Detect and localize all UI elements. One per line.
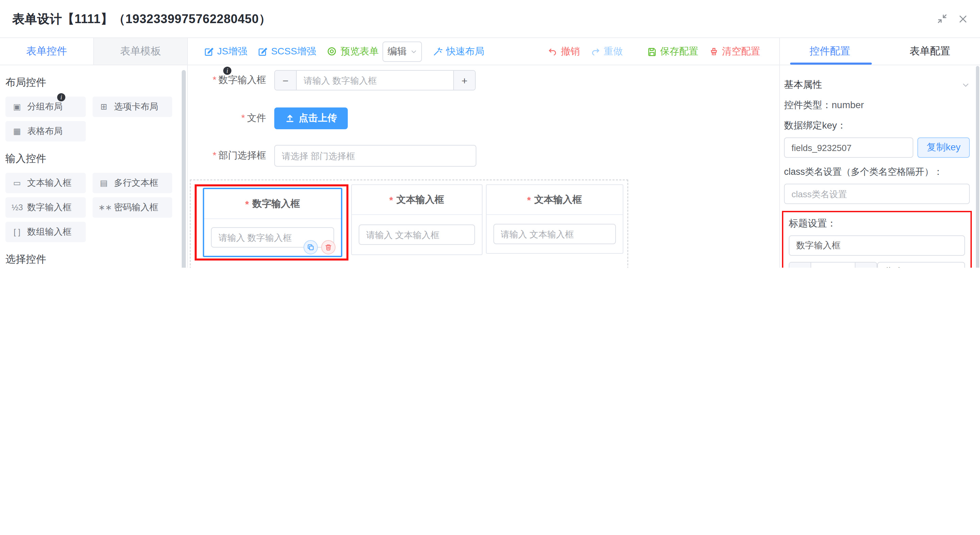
card-input[interactable] bbox=[359, 224, 475, 245]
department-select[interactable] bbox=[274, 145, 476, 167]
copy-icon[interactable] bbox=[304, 240, 318, 254]
window-controls bbox=[937, 14, 968, 24]
close-icon[interactable] bbox=[958, 14, 968, 24]
widget-item-label: 数组输入框 bbox=[27, 226, 72, 238]
card-actions bbox=[304, 240, 336, 254]
undo-icon bbox=[548, 47, 557, 56]
section-grid: ▣分组布局i⊞选项卡布局▦表格布局 bbox=[5, 97, 172, 141]
canvas-toolbar: JS增强 SCSS增强 预览表单 编辑 快速布局 bbox=[188, 38, 779, 65]
widget-item-label: 表格布局 bbox=[27, 125, 63, 137]
tab-form-widgets[interactable]: 表单控件 bbox=[0, 38, 93, 65]
widget-item-label: 密码输入框 bbox=[114, 202, 158, 214]
text-input-icon: ▭ bbox=[11, 178, 22, 188]
array-input-icon: [ ] bbox=[11, 227, 22, 237]
card-row: *数字输入框*文本输入框*文本输入框 bbox=[195, 184, 624, 260]
canvas-card[interactable]: *文本输入框 bbox=[485, 184, 624, 254]
canvas-field-file[interactable]: *文件 点击上传 bbox=[188, 108, 779, 129]
tab-layout-icon: ⊞ bbox=[98, 102, 109, 111]
bind-key-input[interactable] bbox=[784, 137, 913, 158]
field-label: *部门选择框 bbox=[188, 150, 271, 162]
canvas-field-number[interactable]: i *数字输入框 − + bbox=[188, 70, 779, 90]
canvas-card[interactable]: *数字输入框 bbox=[203, 188, 342, 257]
sidebar-widget-item[interactable]: ∗∗密码输入框 bbox=[92, 197, 172, 217]
scss-enhance-button[interactable]: SCSS增强 bbox=[258, 45, 316, 57]
chevron-down-icon bbox=[411, 48, 417, 55]
undo-button[interactable]: 撤销 bbox=[548, 45, 580, 57]
panel-tabs: 控件配置 表单配置 bbox=[780, 38, 980, 65]
required-asterisk: * bbox=[389, 194, 393, 205]
upload-button[interactable]: 点击上传 bbox=[274, 108, 348, 129]
sidebar-scrollbar[interactable] bbox=[182, 70, 186, 268]
tab-form-templates[interactable]: 表单模板 bbox=[93, 38, 187, 65]
card-body bbox=[486, 215, 623, 253]
preview-icon bbox=[327, 46, 337, 56]
redo-icon bbox=[591, 47, 600, 56]
required-asterisk: * bbox=[527, 194, 531, 205]
sidebar-widget-item[interactable]: ▣分组布局i bbox=[5, 97, 86, 117]
selected-card-highlight: *数字输入框 bbox=[195, 184, 348, 260]
preview-form-button[interactable]: 预览表单 bbox=[327, 45, 379, 57]
sidebar-widget-item[interactable]: ⊞选项卡布局 bbox=[92, 97, 172, 117]
drop-zone[interactable]: *数字输入框*文本输入框*文本输入框 bbox=[190, 179, 628, 268]
collapse-icon[interactable] bbox=[937, 14, 947, 24]
number-input[interactable] bbox=[297, 71, 453, 90]
required-asterisk: * bbox=[241, 112, 245, 123]
widget-item-label: 文本输入框 bbox=[27, 177, 72, 189]
card-label: *文本输入框 bbox=[352, 185, 482, 215]
sidebar-widget-item[interactable]: ▦表格布局 bbox=[5, 121, 86, 141]
number-input-group: − + bbox=[274, 70, 476, 90]
clear-config-button[interactable]: 清空配置 bbox=[709, 45, 760, 57]
increase-button[interactable]: + bbox=[453, 71, 475, 90]
trash-icon[interactable] bbox=[321, 240, 336, 254]
upload-icon bbox=[285, 114, 295, 123]
canvas-field-department[interactable]: *部门选择框 bbox=[188, 145, 779, 167]
widget-sidebar: 表单控件 表单模板 布局控件▣分组布局i⊞选项卡布局▦表格布局输入控件▭文本输入… bbox=[0, 38, 188, 268]
tab-widget-config[interactable]: 控件配置 bbox=[780, 38, 880, 65]
label-align-select[interactable]: 靠左 bbox=[878, 262, 965, 268]
title-input[interactable] bbox=[789, 235, 965, 256]
widget-item-label: 分组布局 bbox=[27, 101, 63, 113]
clear-brush-icon bbox=[709, 47, 719, 56]
page-title: 表单设计【1111】（1932339975762280450） bbox=[12, 11, 271, 27]
quick-layout-button[interactable]: 快速布局 bbox=[433, 45, 484, 57]
widget-item-label: 数字输入框 bbox=[27, 202, 72, 214]
chevron-down-icon[interactable] bbox=[962, 81, 970, 89]
panel-scrollbar[interactable] bbox=[976, 66, 979, 268]
sidebar-widget-item[interactable]: [ ]数组输入框 bbox=[5, 222, 86, 242]
class-input[interactable] bbox=[784, 184, 970, 204]
sidebar-widget-item[interactable]: ▤多行文本框 bbox=[92, 173, 172, 193]
save-config-button[interactable]: 保存配置 bbox=[647, 45, 698, 57]
table-layout-icon: ▦ bbox=[11, 127, 22, 136]
section-title: 选择控件 bbox=[5, 253, 172, 266]
mode-select[interactable]: 编辑 bbox=[383, 41, 422, 62]
sidebar-widget-item[interactable]: ½3数字输入框 bbox=[5, 197, 86, 217]
copy-key-button[interactable]: 复制key bbox=[917, 137, 970, 158]
tab-form-config[interactable]: 表单配置 bbox=[880, 38, 980, 65]
js-enhance-button[interactable]: JS增强 bbox=[204, 45, 247, 57]
canvas-card[interactable]: *文本输入框 bbox=[351, 184, 482, 255]
card-label: *数字输入框 bbox=[204, 189, 341, 219]
section-title: 布局控件 bbox=[5, 76, 172, 89]
redo-button[interactable]: 重做 bbox=[591, 45, 623, 57]
active-tab-indicator bbox=[790, 63, 872, 65]
sidebar-widget-item[interactable]: ▭文本输入框 bbox=[5, 173, 86, 193]
decrease-button[interactable]: − bbox=[789, 263, 811, 268]
canvas-body: i *数字输入框 − + *文件 点击上传 bbox=[188, 65, 779, 268]
save-icon bbox=[647, 47, 657, 56]
title-section-label: 标题设置： bbox=[789, 217, 965, 230]
config-panel: 控件配置 表单配置 基本属性 控件类型：number 数据绑定key： 复制ke… bbox=[779, 38, 980, 268]
info-icon: i bbox=[57, 93, 65, 102]
card-label: *文本输入框 bbox=[486, 185, 623, 215]
number-input-icon: ½3 bbox=[11, 203, 22, 212]
info-icon: i bbox=[223, 67, 231, 75]
increase-button[interactable]: + bbox=[855, 263, 877, 268]
title-width-value[interactable]: 300 bbox=[811, 263, 855, 268]
widget-item-label: 选项卡布局 bbox=[114, 101, 158, 113]
title-bar: 表单设计【1111】（1932339975762280450） bbox=[0, 0, 980, 38]
password-input-icon: ∗∗ bbox=[98, 203, 109, 212]
group-layout-icon: ▣ bbox=[11, 102, 22, 111]
card-input[interactable] bbox=[493, 224, 616, 244]
decrease-button[interactable]: − bbox=[275, 71, 297, 90]
sidebar-sections: 布局控件▣分组布局i⊞选项卡布局▦表格布局输入控件▭文本输入框▤多行文本框½3数… bbox=[0, 65, 187, 268]
required-asterisk: * bbox=[245, 198, 249, 209]
